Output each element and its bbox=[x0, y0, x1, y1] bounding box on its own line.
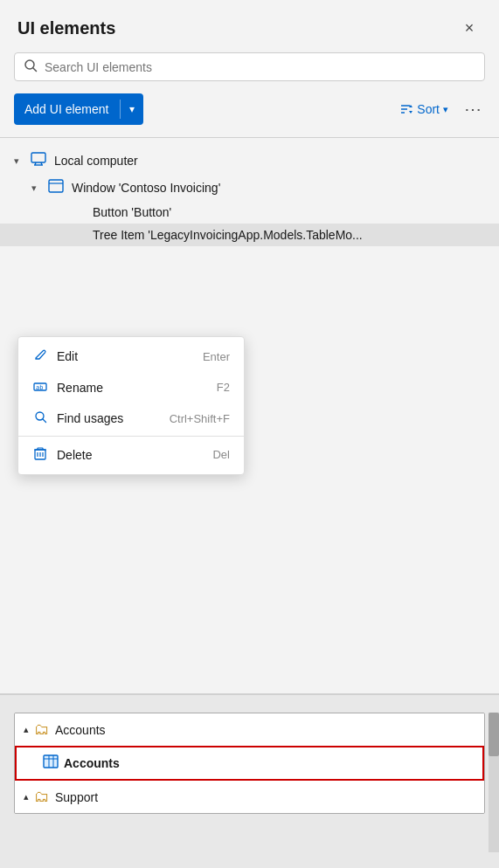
tree-item-button[interactable]: ▾ Button 'Button' bbox=[0, 201, 499, 224]
window-icon bbox=[47, 179, 65, 196]
edit-label: Edit bbox=[57, 349, 78, 363]
support-folder-label: Support bbox=[55, 790, 98, 804]
svg-text:ab: ab bbox=[36, 384, 43, 391]
svg-rect-9 bbox=[49, 180, 63, 192]
add-ui-element-button[interactable]: Add UI element ▾ bbox=[14, 93, 143, 125]
svg-line-1 bbox=[33, 68, 37, 72]
more-icon: ⋯ bbox=[464, 100, 482, 118]
delete-label: Delete bbox=[57, 448, 92, 462]
sort-label: Sort bbox=[417, 102, 440, 116]
find-usages-icon bbox=[32, 410, 48, 426]
search-input[interactable] bbox=[45, 60, 475, 74]
more-options-button[interactable]: ⋯ bbox=[461, 97, 485, 121]
search-icon bbox=[24, 59, 38, 75]
ui-elements-panel: UI elements × Add UI element ▾ bbox=[0, 0, 499, 868]
find-usages-shortcut: Ctrl+Shift+F bbox=[170, 412, 230, 425]
sort-chevron: ▾ bbox=[443, 104, 448, 115]
app-window: ▴ 🗂 Accounts Accounts bbox=[14, 713, 485, 814]
sort-button[interactable]: Sort ▾ bbox=[392, 98, 454, 121]
local-computer-label: Local computer bbox=[54, 154, 138, 168]
context-menu: Edit Enter ab Rename F2 bbox=[17, 336, 245, 475]
context-menu-delete[interactable]: Delete Del bbox=[18, 438, 244, 471]
svg-rect-20 bbox=[44, 755, 58, 768]
chevron-icon: ▾ bbox=[14, 155, 26, 167]
rename-icon: ab bbox=[32, 380, 48, 395]
close-button[interactable]: × bbox=[457, 16, 482, 40]
tree-view: ▾ Local computer ▾ Window 'Contoso I bbox=[0, 138, 499, 255]
add-dropdown-arrow[interactable]: ▾ bbox=[121, 93, 143, 125]
accounts-table-icon bbox=[43, 754, 59, 772]
computer-icon bbox=[30, 151, 47, 170]
delete-icon bbox=[32, 446, 48, 463]
accounts-chevron-icon: ▴ bbox=[24, 724, 29, 735]
toolbar: Add UI element ▾ Sort ▾ ⋯ bbox=[0, 93, 499, 137]
window-contoso-label: Window 'Contoso Invoicing' bbox=[72, 181, 220, 195]
svg-rect-5 bbox=[31, 153, 45, 162]
button-label: Button 'Button' bbox=[93, 205, 171, 219]
tree-item-window-contoso[interactable]: ▾ Window 'Contoso Invoicing' bbox=[0, 175, 499, 201]
rename-shortcut: F2 bbox=[217, 381, 230, 394]
context-menu-edit[interactable]: Edit Enter bbox=[18, 341, 244, 372]
find-usages-label: Find usages bbox=[57, 411, 123, 425]
svg-line-14 bbox=[43, 419, 46, 423]
rename-label: Rename bbox=[57, 381, 103, 395]
search-bar bbox=[14, 52, 485, 81]
app-window-inner: ▴ 🗂 Accounts Accounts bbox=[15, 713, 484, 813]
app-tree-accounts-folder: ▴ 🗂 Accounts bbox=[15, 713, 484, 746]
tree-item-local-computer[interactable]: ▾ Local computer bbox=[0, 147, 499, 175]
edit-shortcut: Enter bbox=[203, 350, 230, 363]
chevron-icon: ▾ bbox=[31, 183, 44, 194]
support-folder-icon: 🗂 bbox=[34, 788, 50, 806]
context-menu-rename[interactable]: ab Rename F2 bbox=[18, 372, 244, 403]
legacy-item-label: Tree Item 'LegacyInvoicingApp.Models.Tab… bbox=[93, 228, 363, 242]
edit-icon bbox=[32, 348, 48, 364]
add-ui-element-label: Add UI element bbox=[14, 93, 120, 125]
accounts-folder-label: Accounts bbox=[55, 723, 106, 737]
delete-shortcut: Del bbox=[212, 448, 230, 461]
scrollbar-thumb[interactable] bbox=[489, 713, 499, 756]
tree-item-legacy-selected[interactable]: ▾ Tree Item 'LegacyInvoicingApp.Models.T… bbox=[0, 224, 499, 246]
support-chevron-icon: ▴ bbox=[24, 791, 29, 803]
app-preview: ▴ 🗂 Accounts Accounts bbox=[0, 693, 499, 868]
app-tree-support-folder: ▴ 🗂 Support bbox=[15, 781, 484, 813]
accounts-table-label: Accounts bbox=[64, 756, 120, 770]
panel-title: UI elements bbox=[17, 18, 115, 38]
accounts-folder-icon: 🗂 bbox=[34, 720, 50, 739]
context-menu-find-usages[interactable]: Find usages Ctrl+Shift+F bbox=[18, 403, 244, 434]
sort-icon bbox=[398, 101, 413, 117]
panel-header: UI elements × bbox=[0, 0, 499, 52]
context-menu-divider bbox=[18, 436, 244, 437]
app-tree-accounts-table: Accounts bbox=[15, 746, 484, 781]
